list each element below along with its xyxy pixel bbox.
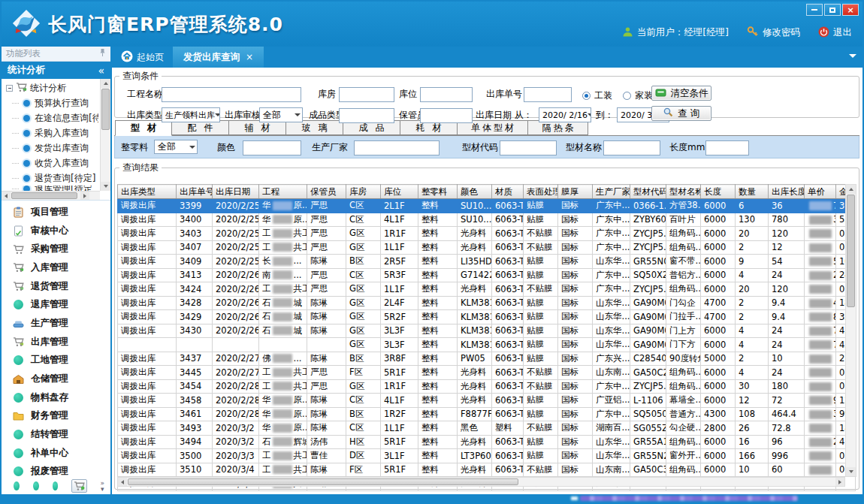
scroll-up-icon[interactable] [101, 79, 110, 88]
scroll-left-icon[interactable] [118, 478, 127, 486]
whole-part-combo[interactable]: 全部 [154, 140, 198, 154]
sidebar-item-采购管理[interactable]: 采购管理 [2, 240, 110, 258]
order-no-input[interactable] [524, 87, 572, 102]
color-input[interactable] [243, 140, 301, 155]
tree-item-4[interactable]: 发货出库查询 [3, 140, 98, 155]
tree-expander-icon[interactable] [6, 85, 13, 92]
column-header-型材代码[interactable]: 型材代码 [630, 185, 666, 199]
project-name-input[interactable] [162, 87, 301, 102]
sidebar-item-入库管理[interactable]: 入库管理 [2, 258, 110, 277]
tree-item-7[interactable]: 退库管理[待定 [3, 186, 98, 191]
scroll-right-icon[interactable] [80, 192, 89, 201]
sidebar-item-审核中心[interactable]: 审核中心 [2, 222, 110, 240]
sidebar-section-statistics[interactable]: 统计分析 « [2, 62, 110, 79]
warehouse-input[interactable] [339, 87, 394, 102]
tab-overflow-icon[interactable] [849, 54, 856, 62]
sidebar-item-出库管理[interactable]: 出库管理 [2, 333, 110, 352]
column-header-整零料[interactable]: 整零料 [418, 185, 458, 199]
dot-icon[interactable] [33, 481, 39, 490]
profile-code-input[interactable] [500, 140, 557, 155]
table-row[interactable]: 调拨出库34132020/2/26南...严思C区5R3F整料G71422606… [118, 268, 856, 282]
sidebar-item-项目管理[interactable]: 项目管理 [2, 203, 110, 222]
material-tab-辅材[interactable]: 辅材 [229, 120, 286, 135]
radio-gongzhuang[interactable]: 工装 [582, 88, 612, 103]
tree-horizontal-scrollbar[interactable] [2, 191, 100, 200]
column-header-生产厂家[interactable]: 生产厂家 [593, 185, 630, 199]
column-header-膜厚[interactable]: 膜厚 [558, 185, 593, 199]
scroll-left-icon[interactable] [2, 192, 11, 201]
location-input[interactable] [420, 87, 473, 102]
sidebar-item-退库管理[interactable]: 退库管理 [2, 295, 110, 314]
audit-combo[interactable]: 全部 [259, 107, 303, 122]
column-header-长度[interactable]: 长度 [701, 185, 736, 199]
tree-item-6[interactable]: 退货查询[待定] [3, 171, 98, 186]
tab-close-icon[interactable]: × [246, 52, 253, 62]
column-header-出库类型[interactable]: 出库类型 [118, 185, 177, 199]
sidebar-item-结转管理[interactable]: 结转管理 [2, 425, 110, 444]
tree-vertical-scrollbar[interactable] [100, 79, 110, 191]
scroll-down-icon[interactable] [101, 182, 110, 191]
table-row[interactable]: 调拨出库34582020/2/28华原...陈琳C区4L1F整料光身料6063-… [118, 394, 856, 408]
table-row[interactable]: 调拨出库34302020/2/26石城陈琳G区3L3F整料KLM38176063… [118, 324, 856, 338]
sidebar-item-补单中心[interactable]: 补单中心 [2, 444, 110, 463]
out-type-combo[interactable]: 生产领料出库 [162, 107, 220, 122]
table-row[interactable]: 调拨出库35002020/3/3工共工程曹佳D区3L1F整料LT3P606063… [118, 449, 856, 463]
column-header-材质[interactable]: 材质 [492, 185, 524, 199]
cart-shortcut-button[interactable] [71, 479, 86, 493]
sidebar-item-生产管理[interactable]: 生产管理 [2, 314, 110, 333]
table-horizontal-scrollbar[interactable] [117, 477, 845, 487]
table-row[interactable]: 调拨出库34372020/2/27佛...陈琳B区3R8F整料PW056063-… [118, 352, 856, 366]
profile-name-input[interactable] [603, 140, 660, 155]
table-row[interactable]: 调拨出库35102020/3/4工共工程陈琳F区5R1F整料光身料6063-T5… [118, 463, 856, 477]
table-row[interactable]: G区3L3F整料KLM38176063-T5贴膜国标山东华...GA90M09.… [118, 338, 856, 352]
search-button[interactable]: 查 询 [651, 106, 711, 121]
column-header-表面处理[interactable]: 表面处理 [524, 185, 558, 199]
table-row[interactable]: 调拨出库34002020/2/25华原...严思C区4L1F整料SU10...6… [118, 213, 856, 227]
table-row[interactable]: 调拨出库34932020/3/2华原...陈琳C区1L1F整料黑色塑料不贴膜国标… [118, 421, 856, 436]
dot-icon[interactable] [53, 481, 59, 490]
sidebar-item-物料盘存[interactable]: 物料盘存 [2, 388, 110, 407]
scroll-up-icon[interactable] [846, 185, 856, 194]
more-chevron-icon[interactable]: »▾ [101, 480, 105, 492]
sidebar-item-工地管理[interactable]: 工地管理 [2, 352, 110, 370]
table-row[interactable]: 调拨出库34032020/2/25工共工程严思G区1R1F整料光身料6063-T… [118, 227, 856, 241]
table-row[interactable]: 调拨出库33992020/2/25华原...严思C区2L1F整料SU10...6… [118, 199, 856, 213]
column-header-型材名称[interactable]: 型材名称 [666, 185, 701, 199]
table-row[interactable]: 调拨出库34542020/2/28工共工程严思G区1R1F整料光身料6063-T… [118, 379, 856, 394]
tab-home[interactable]: 起始页 [112, 47, 173, 68]
material-tab-隔热条[interactable]: 隔热条 [528, 120, 588, 135]
table-row[interactable]: 调拨出库34942020/3/2石辉城汤伟H区5R1F整料光身料6063-T5贴… [118, 435, 856, 449]
column-header-颜色[interactable]: 颜色 [458, 185, 492, 199]
sidebar-item-仓储管理[interactable]: 仓储管理 [2, 370, 110, 388]
table-vertical-scrollbar[interactable] [845, 184, 856, 477]
date-from-picker[interactable]: 2020/ 2/16 [539, 107, 591, 122]
maker-input[interactable] [354, 140, 440, 155]
column-header-工程[interactable]: 工程 [259, 185, 307, 199]
tree-item-5[interactable]: 收货入库查询 [3, 155, 98, 171]
table-row[interactable]: 调拨出库34282020/2/26石城陈琳G区2L4F整料KLM38176063… [118, 296, 856, 310]
pin-icon[interactable] [99, 48, 106, 59]
table-row[interactable]: 调拨出库34452020/2/27工共工程严思F区5R1F整料光身料6063-T… [118, 366, 856, 380]
column-header-出库单号[interactable]: 出库单号 [177, 185, 213, 199]
material-tab-型材[interactable]: 型材 [115, 120, 172, 136]
tree-item-3[interactable]: 采购入库查询 [3, 125, 98, 140]
radio-jiazhuang[interactable]: 家装 [623, 88, 653, 103]
column-header-库房[interactable]: 库房 [346, 185, 381, 199]
sidebar-item-财务管理[interactable]: 财务管理 [2, 407, 110, 426]
close-button[interactable]: × [842, 4, 859, 16]
tree-item-2[interactable]: 在途信息查询[待 [3, 110, 98, 125]
table-row[interactable]: 调拨出库34242020/2/26工共工程严思G区1L1F整料光身料6063-T… [118, 282, 856, 297]
column-header-库位[interactable]: 库位 [381, 185, 418, 199]
minimize-button[interactable] [806, 4, 823, 16]
scroll-right-icon[interactable] [835, 478, 844, 486]
tree-root-statistics[interactable]: 统计分析 [3, 80, 98, 95]
logout-button[interactable]: 退出 [818, 26, 852, 40]
table-row[interactable]: 调拨出库34292020/2/26石城陈琳G区5R2F整料KLM38176063… [118, 310, 856, 324]
change-password-button[interactable]: 修改密码 [747, 26, 800, 40]
material-tab-配件[interactable]: 配件 [172, 120, 229, 135]
clear-conditions-button[interactable]: 清空条件 [651, 86, 711, 101]
material-tab-玻璃[interactable]: 玻璃 [286, 120, 343, 135]
length-input[interactable] [705, 140, 749, 155]
sidebar-item-报废管理[interactable]: 报废管理 [2, 463, 110, 478]
column-header-出库日期[interactable]: 出库日期 [213, 185, 259, 199]
